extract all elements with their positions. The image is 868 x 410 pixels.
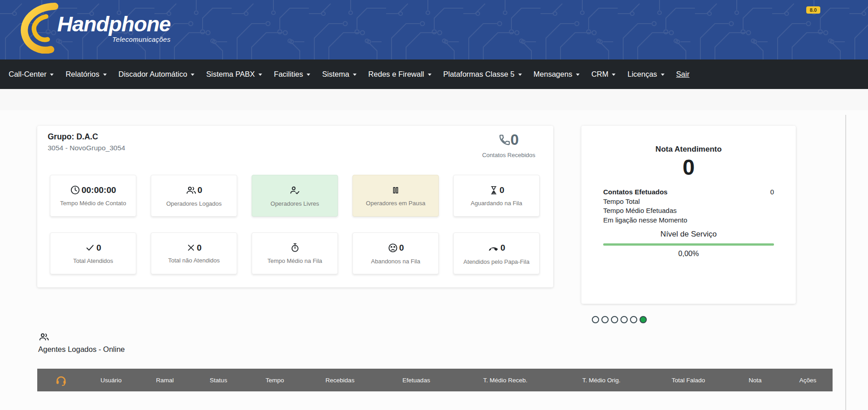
stat-tile-atendidos-pelo-papa-fila: 0Atendidos pelo Papa-Fila [453,232,540,274]
clock-icon [70,185,80,195]
stat-tile-value: 00:00:00 [81,186,116,194]
dizzy-face-icon [387,242,398,253]
chevron-down-icon [428,74,432,76]
vertical-scroll-divider [845,115,846,410]
score-row-em-ligacao-nesse-momento: Em ligação nesse Momento [603,216,774,225]
stat-tiles-grid: 00:00:00Tempo Médio de Contato0Operadore… [50,175,539,274]
nav-item-facilities[interactable]: Facilities [268,70,316,79]
score-row-tempo-medio-efetuadas: Tempo Médio Efetuadas [603,206,774,216]
stat-tile-tempo-medio-de-contato: 00:00:00Tempo Médio de Contato [50,175,136,217]
stat-tile-value: 0 [198,186,203,194]
stat-tile-label: Total não Atendidos [168,257,219,264]
top-banner: Handphone Telecomunicações 8.0 [0,0,868,59]
group-title: Grupo: D.A.C [48,132,98,142]
nav-item-label: Redes e Firewall [368,70,424,79]
person-check-icon [289,185,300,196]
chevron-down-icon [103,74,107,76]
table-header-ramal: Ramal [138,377,192,384]
content-top-strip [0,89,868,110]
stat-tile-operadores-livres: Operadores Livres [252,175,338,217]
contatos-recebidos-stat: 0 Contatos Recebidos [472,132,545,158]
pagination-dot-1[interactable] [592,316,599,323]
chevron-down-icon [258,74,262,76]
score-row-label: Tempo Médio Efetuadas [603,206,677,216]
group-card: Grupo: D.A.C 3054 - NovoGrupo_3054 0 Con… [37,126,553,287]
nav-item-redes-e-firewall[interactable]: Redes e Firewall [362,70,437,79]
pagination-dot-6[interactable] [640,316,647,323]
nav-item-label: Plataformas Classe 5 [443,70,515,79]
agents-table-header: UsuárioRamalStatusTempoRecebidasEfetuada… [37,369,833,391]
headset-icon [37,374,84,386]
score-value: 0 [603,157,774,178]
brand-name: Handphone [57,13,170,35]
table-header-total-falado: Total Falado [650,377,727,384]
stat-tile-value: 0 [399,243,404,252]
table-header-usuario: Usuário [84,377,138,384]
nav-item-call-center[interactable]: Call-Center [3,70,60,79]
table-header-t-medio-orig: T. Médio Orig. [553,377,650,384]
version-badge: 8.0 [806,6,820,14]
main-nav: Call-CenterRelatóriosDiscador Automático… [0,59,868,89]
chevron-down-icon [353,74,357,76]
nav-item-label: Relatórios [65,70,99,79]
group-subtitle: 3054 - NovoGrupo_3054 [48,144,125,152]
nav-item-sair[interactable]: Sair [670,70,695,79]
stat-tile-value: 0 [197,243,202,252]
hourglass-icon [489,185,499,195]
pagination-dot-5[interactable] [630,316,637,323]
stat-tile-value: 0 [500,186,505,194]
stat-tile-label: Total Atendidos [73,257,113,264]
pagination-dot-4[interactable] [620,316,628,323]
stat-tile-label: Atendidos pelo Papa-Fila [463,258,529,265]
nav-item-label: CRM [591,70,609,79]
chevron-down-icon [518,74,522,76]
stat-tile-label: Operadores em Pausa [366,200,426,207]
chevron-down-icon [612,74,615,76]
service-level-percent: 0,00% [603,250,774,258]
table-header-acoes: Ações [783,377,833,384]
stat-tile-tempo-medio-na-fila: Tempo Médio na Fila [252,232,338,274]
pause-icon [391,185,401,195]
pagination-dot-2[interactable] [601,316,609,323]
table-header-efetuadas: Efetuadas [375,377,457,384]
stat-tile-value: 0 [96,243,101,252]
check-icon [85,242,95,253]
nav-item-relatorios[interactable]: Relatórios [60,70,112,79]
service-level-bar [603,243,774,246]
stat-tile-aguardando-na-fila: 0Aguardando na Fila [453,175,540,217]
nav-item-label: Sair [676,70,689,79]
pagination-dot-3[interactable] [611,316,618,323]
nav-item-sistema-pabx[interactable]: Sistema PABX [200,70,268,79]
nav-item-label: Licenças [627,70,657,79]
nav-item-mensagens[interactable]: Mensagens [528,70,585,79]
chevron-down-icon [661,74,665,76]
stat-tile-total-nao-atendidos: 0Total não Atendidos [151,232,237,274]
service-level-title: Nível de Serviço [603,230,774,239]
score-row-value: 0 [770,188,774,197]
brand-tagline: Telecomunicações [57,35,170,43]
nav-item-discador-automatico[interactable]: Discador Automático [113,70,200,79]
stat-tile-label: Operadores Logados [166,200,222,207]
phone-icon [499,134,511,146]
timer-icon [290,242,300,253]
stat-tile-label: Tempo Médio na Fila [268,257,322,264]
x-icon [186,243,196,252]
score-card-title: Nota Atendimento [603,145,774,154]
score-row-label: Tempo Total [603,197,640,207]
nav-item-plataformas-classe-5[interactable]: Plataformas Classe 5 [437,70,528,79]
main-content: Grupo: D.A.C 3054 - NovoGrupo_3054 0 Con… [0,89,868,410]
score-card: Nota Atendimento 0 Contatos Efetuados0Te… [581,126,796,304]
nav-item-label: Sistema [322,70,349,79]
nav-item-label: Sistema PABX [206,70,255,79]
nav-item-sistema[interactable]: Sistema [316,70,362,79]
score-row-tempo-total: Tempo Total [603,197,774,207]
nav-item-label: Call-Center [9,70,46,79]
stat-tile-value: 0 [501,243,506,252]
stat-tile-operadores-em-pausa: Operadores em Pausa [352,175,439,217]
chevron-down-icon [576,74,580,76]
stat-tile-abandonos-na-fila: 0Abandonos na Fila [352,232,439,274]
chevron-down-icon [50,74,54,76]
stat-tile-label: Abandonos na Fila [371,258,420,265]
nav-item-crm[interactable]: CRM [585,70,622,79]
nav-item-licencas[interactable]: Licenças [621,70,670,79]
